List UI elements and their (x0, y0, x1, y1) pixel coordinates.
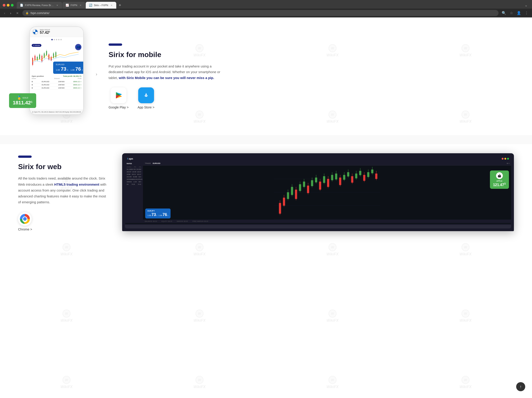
rate-row-5[interactable]: ACRONIMNG 143.975 143 (126, 178, 142, 181)
bid-super: 6 (67, 69, 68, 71)
forward-button[interactable]: › (9, 10, 13, 16)
bookmark-button[interactable]: ☆ (509, 10, 514, 16)
rate-row-3[interactable]: AONE 101.51 101.67 (126, 173, 142, 176)
bmw-logo-icon (32, 29, 38, 35)
dot-4 (58, 39, 59, 40)
watermark-cell: WWikiFX (399, 349, 532, 398)
rate-row-4[interactable]: ACCOR 33.065 32.6 (126, 176, 142, 178)
chrome-icon[interactable] (18, 212, 32, 226)
bid-1: 62.2 (134, 169, 137, 170)
watermark-text: WikiFX (326, 252, 338, 256)
tab-overflow-button[interactable]: ⌄ (523, 2, 529, 8)
symbol-5: ACRONIMNG (127, 179, 135, 180)
footer-equity: Equity: $10,434,666.84 (65, 111, 81, 113)
browser-actions: 🔍 ☆ 👤 ⋮ (501, 10, 529, 16)
rate-row-2[interactable]: ADUST 118.08 118.54 (126, 171, 142, 173)
mobile-section-tag (108, 44, 122, 46)
action-col: Action (32, 78, 36, 79)
pos-action-3: B (32, 87, 33, 89)
new-tab-button[interactable]: + (117, 2, 123, 8)
search-button[interactable]: 🔍 (501, 10, 507, 16)
watermark-cell: WWikiFX (133, 283, 266, 349)
chrome-label: Chrome > (18, 228, 32, 231)
pos-amount-1: 236'000 (58, 81, 64, 83)
watermark-text: WikiFX (326, 319, 338, 323)
google-play-icon (111, 87, 127, 103)
pos-profit-3: $569.22 > (73, 87, 82, 89)
browser-chrome: 📄 FXPN Review, Forex Broker&... ✕ 📈 FXPN… (0, 0, 532, 17)
html5-link[interactable]: HTML5 trading environment (54, 183, 99, 186)
pos-amount-3: 236'000 (58, 87, 64, 89)
symbol-7: AG (127, 184, 129, 185)
bid-5: 143.975 (135, 179, 140, 180)
watermark-text: WikiFX (193, 385, 205, 389)
laptop-bezel-bottom (125, 225, 511, 228)
mobile-section-description: Put your trading account in your pocket … (108, 63, 222, 81)
browser-tab-2[interactable]: 📈 FXPN ✕ (63, 2, 85, 9)
profile-button[interactable]: 👤 (516, 10, 522, 16)
pos-profit-1: $569.22 > (73, 81, 82, 83)
apple-icon-circle (496, 172, 503, 179)
phone-screen: BMW GROUP 57.422 (30, 27, 83, 114)
rate-row-7[interactable]: AG 74.25 74.41 (126, 183, 142, 186)
scroll-to-top-button[interactable]: ↑ (516, 382, 525, 391)
browser-tab-3[interactable]: 🔄 Sirix – FXPN ✕ (86, 2, 116, 9)
tab-close-1[interactable]: ✕ (56, 4, 59, 7)
laptop-logo: f xpn (127, 157, 133, 160)
time-badge: 1 minute (32, 44, 41, 47)
chart-controls: ⊕ ≡ (507, 163, 509, 164)
laptop-green (507, 158, 509, 160)
dot-1 (51, 39, 53, 40)
apple-price: 121.47 (493, 183, 504, 187)
menu-button[interactable]: ⋮ (524, 10, 529, 16)
watermark-text: WikiFX (60, 319, 72, 323)
web-section-tag (18, 156, 32, 158)
pos-symbol-1: EURUSD (42, 81, 49, 83)
position-row-1: B EURUSD 236'000 $569.22 > (32, 80, 82, 83)
rate-row-6[interactable]: ADIDAS 1.314 38.5 (126, 181, 142, 183)
symbol-4: ACCOR (127, 176, 132, 177)
app-store-button[interactable]: App Store > (138, 87, 154, 109)
traffic-light-green[interactable] (11, 4, 13, 7)
phone-frame: BMW GROUP 57.422 (29, 26, 84, 115)
symbol-6: ADIDAS (127, 181, 132, 183)
nav-arrow-right[interactable]: › (96, 72, 97, 77)
back-button[interactable]: ‹ (3, 10, 6, 16)
laptop-frame: f xpn RATES (122, 153, 514, 231)
symbol-3: AONE (127, 174, 131, 175)
bottom-equity: EQUITY: $0.00 (162, 221, 172, 222)
eurjpy-ask-prefix: 1.08 (158, 214, 162, 216)
rate-row-1[interactable]: AU_INDEX 62.2 63.353 (126, 168, 142, 171)
reload-button[interactable]: ✕ (15, 10, 20, 16)
web-section-description: All the tools traders need, available ar… (18, 176, 108, 205)
eurjpy-ask-super: 2 (167, 215, 168, 216)
traffic-light-yellow[interactable] (7, 4, 10, 7)
tab-close-2[interactable]: ✕ (79, 4, 82, 7)
traffic-light-red[interactable] (3, 4, 6, 7)
tab-close-3[interactable]: ✕ (110, 4, 113, 7)
amount-col: Amount (54, 78, 60, 79)
watermark-text: WikiFX (193, 319, 205, 323)
bottom-free-margin: FREE MARGIN: $0.00 (192, 221, 208, 222)
stock-price-label: 57.422 (40, 31, 50, 35)
phone-positions: Open position Total profit: $2,391.71 Ac… (30, 74, 83, 91)
scroll-top-icon: ↑ (520, 385, 522, 389)
laptop-main-area: TRADE EURUSD ⊕ ≡ (143, 161, 511, 223)
google-play-button[interactable]: Google Play > (108, 87, 128, 109)
col-bid: Bid (134, 166, 136, 168)
bid-6: 1.314 (133, 181, 137, 183)
ask-6: 38.5 (139, 181, 141, 183)
laptop-yellow (504, 158, 506, 160)
tab-favicon-1: 📄 (20, 4, 23, 7)
url-bar[interactable]: 🔒 fxpn.com/sirix/ (22, 10, 499, 16)
pos-action-2: B (32, 84, 33, 86)
gold-icon: 🥇 (17, 96, 21, 100)
security-icon: 🔒 (25, 12, 29, 14)
watermark-cell: WWikiFX (133, 349, 266, 398)
chrome-section: Chrome > (18, 212, 108, 231)
watermark-cell: WWikiFX (399, 283, 532, 349)
wikifx-logo: W (196, 309, 203, 318)
app-store-label: App Store > (138, 105, 154, 109)
laptop-red (502, 158, 504, 160)
browser-tab-1[interactable]: 📄 FXPN Review, Forex Broker&... ✕ (17, 2, 62, 9)
